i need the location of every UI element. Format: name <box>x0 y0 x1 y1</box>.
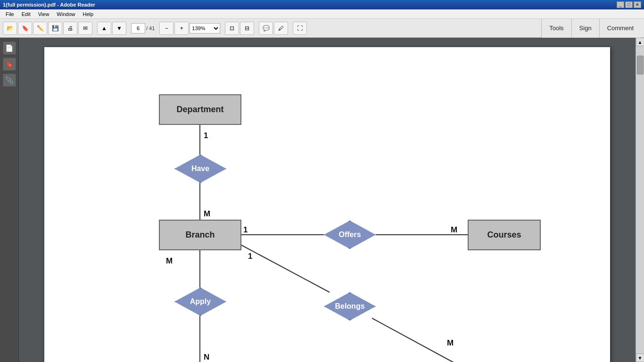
right-toolbar: Tools Sign Comment <box>541 19 641 38</box>
relationship-apply-shape: Apply <box>174 288 226 316</box>
minimize-button[interactable]: _ <box>617 1 624 8</box>
relationship-offers: Offers <box>324 221 376 249</box>
scroll-thumb[interactable] <box>637 56 644 74</box>
menu-view[interactable]: View <box>34 10 53 18</box>
relationship-have: Have <box>174 155 226 183</box>
svg-line-6 <box>241 245 330 292</box>
zoom-in-button[interactable]: + <box>174 22 189 35</box>
relationship-belongs-label: Belongs <box>335 302 364 311</box>
highlight-button[interactable]: 🖊 <box>274 22 288 35</box>
relationship-apply: Apply <box>174 288 226 316</box>
sign-button[interactable]: Sign <box>571 19 599 38</box>
toolbar: 📂 🔖 ✏️ 💾 🖨 ✉ ▲ ▼ / 41 − + 139% 100% 75% … <box>0 19 644 38</box>
pages-panel-button[interactable]: 📄 <box>3 41 16 55</box>
print-button[interactable]: 🖨 <box>63 22 77 35</box>
window-title: 1(full permission).pdf - Adobe Reader <box>3 2 95 8</box>
fit-width-button[interactable]: ⊟ <box>240 22 254 35</box>
entity-courses-label: Courses <box>487 230 521 240</box>
back-button[interactable]: ▲ <box>97 22 111 35</box>
entity-department-label: Department <box>176 105 223 115</box>
fullscreen-button[interactable]: ⛶ <box>293 22 307 35</box>
title-bar: 1(full permission).pdf - Adobe Reader _ … <box>0 0 644 9</box>
entity-department: Department <box>159 94 241 125</box>
relationship-offers-shape: Offers <box>324 221 376 249</box>
window-controls: _ □ ✕ <box>617 1 641 8</box>
label-dept-have-1: 1 <box>204 131 208 140</box>
menu-window[interactable]: Window <box>53 10 79 18</box>
label-branch-offers-1: 1 <box>243 225 248 235</box>
label-have-branch-m: M <box>204 209 210 219</box>
main-area: 📄 🔖 📎 <box>0 38 644 362</box>
typewriter-button[interactable]: ✏️ <box>33 22 47 35</box>
svg-line-7 <box>372 318 454 362</box>
label-branch-belongs-1: 1 <box>248 252 252 261</box>
relationship-belongs-shape: Belongs <box>324 292 376 321</box>
email-button[interactable]: ✉ <box>78 22 92 35</box>
entity-courses: Courses <box>468 220 541 250</box>
label-apply-applicant-n: N <box>204 353 209 362</box>
bookmarks-panel-button[interactable]: 🔖 <box>3 58 16 71</box>
maximize-button[interactable]: □ <box>625 1 633 8</box>
relationship-have-label: Have <box>191 165 209 173</box>
label-branch-apply-m: M <box>166 256 173 266</box>
pdf-area: 1 M 1 M M 1 N 1 1 M Department Branch Co… <box>19 38 636 362</box>
properties-button[interactable]: 🔖 <box>18 22 32 35</box>
zoom-out-button[interactable]: − <box>159 22 173 35</box>
right-scrollbar[interactable]: ▲ ▼ <box>636 38 644 362</box>
entity-branch: Branch <box>159 220 241 250</box>
forward-button[interactable]: ▼ <box>112 22 126 35</box>
left-sidebar: 📄 🔖 📎 <box>0 38 19 362</box>
scroll-track[interactable] <box>636 46 644 354</box>
save-button[interactable]: 💾 <box>48 22 62 35</box>
scroll-down-button[interactable]: ▼ <box>636 354 644 362</box>
comment-button[interactable]: 💬 <box>259 22 273 35</box>
relationship-apply-label: Apply <box>190 297 211 306</box>
open-button[interactable]: 📂 <box>3 22 17 35</box>
label-belongs-student-m: M <box>447 338 454 348</box>
entity-branch-label: Branch <box>185 230 215 240</box>
pdf-page: 1 M 1 M M 1 N 1 1 M Department Branch Co… <box>44 47 610 362</box>
relationship-belongs: Belongs <box>324 292 376 321</box>
menu-edit[interactable]: Edit <box>18 10 34 18</box>
menu-bar: File Edit View Window Help <box>0 9 644 19</box>
annotations-panel-button[interactable]: 📎 <box>3 74 16 87</box>
close-button[interactable]: ✕ <box>634 1 641 8</box>
relationship-have-shape: Have <box>174 155 226 183</box>
fit-page-button[interactable]: ⊡ <box>225 22 239 35</box>
tools-button[interactable]: Tools <box>541 19 571 38</box>
scroll-up-button[interactable]: ▲ <box>636 38 644 46</box>
relationship-offers-label: Offers <box>339 230 361 239</box>
menu-file[interactable]: File <box>2 10 18 18</box>
zoom-select[interactable]: 139% 100% 75% 150% <box>190 23 220 33</box>
label-offers-courses-m: M <box>451 225 457 235</box>
comment-panel-button[interactable]: Comment <box>599 19 641 38</box>
menu-help[interactable]: Help <box>79 10 97 18</box>
page-input[interactable] <box>131 23 145 33</box>
page-separator: / 41 <box>146 25 155 31</box>
